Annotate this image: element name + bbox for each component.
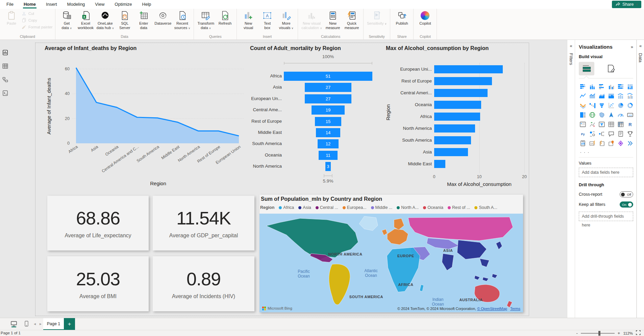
funnel-bar-middle-east[interactable]: 14 (316, 128, 340, 137)
menu-insert[interactable]: Insert (41, 0, 62, 9)
zoom-slider[interactable] (581, 333, 615, 334)
custom-visual-icon[interactable] (617, 139, 625, 147)
card-bmi[interactable]: 25.03 Average of BMI (47, 256, 149, 311)
mobile-layout-icon[interactable] (23, 320, 30, 329)
area-chart-icon[interactable] (588, 92, 596, 100)
card-life-expectancy[interactable]: 68.86 Average of Life_expectancy (47, 196, 149, 250)
bar-oceania[interactable] (434, 101, 481, 109)
ribbon-button-paste[interactable]: Paste (2, 10, 21, 26)
gauge-icon[interactable] (617, 111, 625, 119)
treemap-icon[interactable] (579, 111, 587, 119)
ribbon-button-copy[interactable]: Copy (21, 17, 53, 23)
legend-item-oceania[interactable]: Oceania (423, 205, 443, 210)
ribbon-button-enter-data[interactable]: Enterdata (134, 10, 153, 30)
add-page-button[interactable]: + (64, 318, 75, 330)
bar-european-uni-[interactable] (434, 65, 503, 73)
add-data-fields-dropzone[interactable]: Add data fields here (579, 168, 633, 177)
menu-home[interactable]: Home (19, 0, 41, 9)
cross-report-toggle[interactable]: Off (620, 191, 633, 197)
ribbon-button-publish[interactable]: Publish (393, 10, 411, 26)
dax-query-view-icon[interactable] (0, 87, 10, 99)
bar-rest-of-europe[interactable] (434, 77, 492, 85)
donut-chart-icon[interactable] (626, 101, 634, 110)
ribbon-button-more-visuals[interactable]: Morevisuals ∨ (277, 10, 295, 30)
menu-view[interactable]: View (90, 0, 109, 9)
expand-filters-icon[interactable]: « (570, 43, 572, 48)
matrix-icon[interactable] (617, 120, 625, 128)
funnel-bar-africa[interactable]: 51 (284, 72, 372, 81)
legend-item-rest-of-europe[interactable]: Rest of ... (448, 205, 470, 210)
funnel-bar-rest-of-europe[interactable]: 15 (315, 117, 341, 126)
ribbon-button-recent-sources[interactable]: Recentsources ∨ (173, 10, 191, 30)
clustered-column-chart-icon[interactable] (607, 82, 615, 91)
stacked-column-chart-icon[interactable] (588, 82, 596, 91)
arcgis-map-icon[interactable] (607, 139, 615, 147)
line-chart-icon[interactable] (579, 92, 587, 100)
report-view-icon[interactable] (0, 47, 10, 58)
openstreetmap-link[interactable]: © OpenStreetMap (477, 307, 507, 311)
ribbon-button-new-visual-calculation[interactable]: fxNew visualcalculation ∨ (300, 10, 323, 30)
ribbon-chart-icon[interactable] (579, 101, 587, 110)
key-influencers-icon[interactable] (588, 130, 596, 138)
legend-item-north-america[interactable]: North A... (397, 205, 419, 210)
expand-data-icon[interactable]: « (639, 43, 642, 48)
100-stacked-column-chart-icon[interactable] (626, 82, 634, 91)
funnel-chart-visual[interactable]: Count of Adult_mortality by Region 100% … (249, 45, 373, 190)
metrics-icon[interactable] (626, 130, 634, 138)
table-icon[interactable] (607, 120, 615, 128)
ribbon-button-sql-server[interactable]: SQLServer (116, 10, 134, 30)
kpi-icon[interactable] (588, 120, 596, 128)
get-more-visuals-icon[interactable] (626, 139, 634, 147)
bar-south-america[interactable] (434, 136, 471, 144)
funnel-bar-oceania[interactable]: 11 (319, 151, 338, 160)
map-visual[interactable]: Sum of Population_mln by Country and Reg… (259, 195, 523, 312)
table-view-icon[interactable] (0, 60, 10, 72)
stacked-bar-chart-icon[interactable] (579, 82, 587, 91)
ribbon-button-sensitivity[interactable]: Sensitivity ∨ (366, 10, 388, 26)
card-gdp-per-capital[interactable]: 11.54K Average of GDP_per_capital (153, 196, 254, 250)
stacked-area-chart-icon[interactable] (598, 92, 606, 100)
100-stacked-area-chart-icon[interactable] (607, 92, 615, 100)
python-visual-icon[interactable]: Py (579, 130, 587, 138)
bar-africa[interactable] (434, 113, 480, 121)
legend-item-european-union[interactable]: Europea... (343, 205, 367, 210)
ribbon-button-text-box[interactable]: ATextbox (258, 10, 276, 30)
map-icon[interactable] (588, 111, 596, 119)
ribbon-button-refresh[interactable]: Refresh (216, 10, 234, 26)
power-automate-icon[interactable] (598, 139, 606, 147)
ribbon-button-get-data[interactable]: Getdata ∨ (58, 10, 76, 30)
ribbon-button-transform-data[interactable]: Transformdata ∨ (196, 10, 215, 30)
add-drill-through-fields-dropzone[interactable]: Add drill-through fields here (579, 212, 633, 221)
keep-all-filters-toggle[interactable]: On (620, 201, 633, 208)
decomposition-tree-icon[interactable] (598, 130, 606, 138)
ribbon-button-excel-workbook[interactable]: XExcelworkbook (77, 10, 95, 30)
paginated-report-icon[interactable] (579, 139, 587, 147)
ribbon-button-new-visual[interactable]: Newvisual (239, 10, 257, 30)
fit-to-page-icon[interactable] (636, 330, 641, 336)
ribbon-button-new-measure[interactable]: Newmeasure (324, 10, 342, 30)
more-visual-options[interactable]: . . . (580, 149, 633, 154)
clustered-bar-chart-icon[interactable] (598, 82, 606, 91)
funnel-bar-south-america[interactable]: 12 (318, 139, 339, 148)
scatter-chart-icon[interactable] (607, 101, 615, 110)
ribbon-button-format-painter[interactable]: Format painter (21, 24, 53, 30)
previous-page-icon[interactable]: ◂ (34, 321, 36, 326)
ribbon-button-cut[interactable]: Cut (21, 10, 53, 17)
data-pane-label[interactable]: Data (638, 53, 643, 62)
card-icon[interactable]: 123 (626, 111, 634, 119)
qa-visual-icon[interactable] (607, 130, 615, 138)
bar-north-america[interactable] (434, 124, 475, 133)
pie-chart-icon[interactable] (617, 101, 625, 110)
funnel-bar-european-un-[interactable]: 27 (305, 94, 352, 103)
power-apps-icon[interactable]: 123 (588, 139, 596, 147)
zoom-in-button[interactable]: + (618, 331, 620, 336)
tab-format-visual[interactable] (603, 62, 619, 75)
line-and-stacked-column-chart-icon[interactable] (617, 92, 625, 100)
funnel-bar-central-ame-[interactable]: 19 (312, 105, 345, 115)
slicer-icon[interactable] (598, 120, 606, 128)
terms-link[interactable]: Terms (510, 307, 520, 311)
legend-item-asia[interactable]: Asia (298, 205, 311, 210)
legend-item-africa[interactable]: Africa (279, 205, 294, 210)
azure-map-icon[interactable] (607, 111, 615, 119)
next-page-icon[interactable]: ▸ (40, 321, 42, 326)
